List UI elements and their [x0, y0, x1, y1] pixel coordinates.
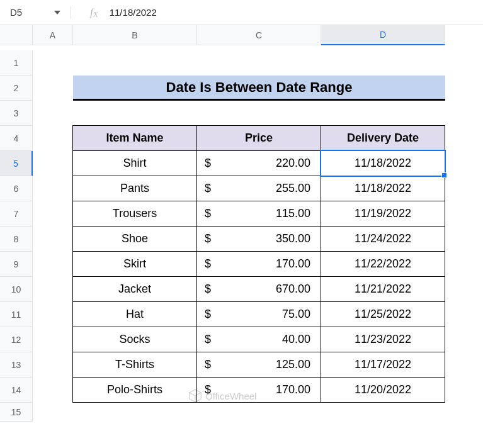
row-header-11[interactable]: 11: [0, 302, 33, 327]
cell-A3[interactable]: [33, 101, 73, 126]
title-text: Date Is Between Date Range: [166, 79, 353, 96]
cell-D7[interactable]: 11/19/2022: [321, 201, 445, 227]
cell-D13[interactable]: 11/17/2022: [321, 352, 445, 378]
row-header-14[interactable]: 14: [0, 378, 33, 403]
cell-C8[interactable]: $350.00: [196, 226, 321, 252]
cell-B8[interactable]: Shoe: [72, 226, 197, 252]
cell-C1[interactable]: [197, 50, 321, 76]
row-header-4[interactable]: 4: [0, 126, 33, 151]
price-value: 670.00: [276, 283, 314, 296]
cell-A10[interactable]: [33, 277, 73, 302]
row-header-3[interactable]: 3: [0, 101, 33, 126]
cell-D9[interactable]: 11/22/2022: [321, 251, 445, 277]
watermark-text: OfficeWheel: [205, 391, 256, 401]
col-header-B[interactable]: B: [73, 25, 197, 45]
cell-D12[interactable]: 11/23/2022: [321, 327, 445, 352]
cell-C15[interactable]: [197, 403, 321, 422]
row-header-9[interactable]: 9: [0, 252, 33, 277]
cell-B1[interactable]: [73, 50, 197, 76]
spreadsheet-grid[interactable]: A B C D 1 2 Date Is Between Date Range 3…: [0, 25, 483, 428]
title-cell[interactable]: Date Is Between Date Range: [73, 76, 445, 101]
cell-B3[interactable]: [73, 101, 197, 126]
cell-B13[interactable]: T-Shirts: [72, 352, 197, 378]
name-box[interactable]: D5: [4, 4, 64, 21]
row-header-5[interactable]: 5: [0, 151, 33, 176]
currency-symbol: $: [203, 358, 211, 371]
currency-symbol: $: [203, 333, 211, 346]
row-header-7[interactable]: 7: [0, 201, 33, 227]
cell-D11[interactable]: 11/25/2022: [321, 301, 445, 327]
row-header-1[interactable]: 1: [0, 50, 33, 76]
cell-B6[interactable]: Pants: [72, 176, 197, 201]
currency-symbol: $: [203, 207, 211, 220]
cell-D6[interactable]: 11/18/2022: [321, 176, 445, 201]
cell-D8[interactable]: 11/24/2022: [321, 226, 445, 252]
formula-bar[interactable]: fX 11/18/2022: [77, 6, 157, 19]
row-header-8[interactable]: 8: [0, 227, 33, 252]
row-header-2[interactable]: 2: [0, 76, 33, 101]
cell-B7[interactable]: Trousers: [72, 201, 197, 227]
cell-A4[interactable]: [33, 126, 73, 151]
cell-B12[interactable]: Socks: [72, 327, 197, 352]
currency-symbol: $: [203, 182, 211, 195]
cell-C3[interactable]: [197, 101, 321, 126]
cell-C9[interactable]: $170.00: [196, 251, 321, 277]
row-header-12[interactable]: 12: [0, 327, 33, 352]
col-header-A[interactable]: A: [33, 25, 73, 45]
currency-symbol: $: [203, 283, 211, 296]
price-value: 170.00: [276, 383, 314, 396]
cell-A11[interactable]: [33, 302, 73, 327]
price-value: 115.00: [276, 207, 314, 220]
row-header-10[interactable]: 10: [0, 277, 33, 302]
currency-symbol: $: [203, 157, 211, 170]
cell-D3[interactable]: [321, 101, 445, 126]
cell-D15[interactable]: [321, 403, 445, 422]
cell-A7[interactable]: [33, 201, 73, 227]
price-value: 220.00: [276, 157, 314, 170]
cell-D10[interactable]: 11/21/2022: [321, 276, 445, 302]
cell-A8[interactable]: [33, 227, 73, 252]
currency-symbol: $: [203, 257, 211, 271]
cell-B9[interactable]: Skirt: [72, 251, 197, 277]
cell-A13[interactable]: [33, 352, 73, 378]
cell-A6[interactable]: [33, 176, 73, 201]
header-price[interactable]: Price: [196, 125, 321, 151]
fx-icon: fX: [90, 6, 98, 19]
cell-C13[interactable]: $125.00: [196, 352, 321, 378]
price-value: 75.00: [282, 308, 314, 321]
cell-A2[interactable]: [33, 76, 73, 101]
price-value: 125.00: [276, 358, 314, 371]
cube-icon: [189, 389, 202, 403]
cell-A1[interactable]: [33, 50, 73, 76]
col-header-D[interactable]: D: [321, 25, 445, 45]
cell-D5[interactable]: 11/18/2022: [321, 150, 445, 176]
row-header-6[interactable]: 6: [0, 176, 33, 201]
cell-C7[interactable]: $115.00: [196, 201, 321, 227]
cell-B15[interactable]: [73, 403, 197, 422]
cell-C10[interactable]: $670.00: [196, 276, 321, 302]
chevron-down-icon: [54, 11, 60, 14]
cell-B10[interactable]: Jacket: [72, 276, 197, 302]
cell-A15[interactable]: [33, 403, 73, 422]
cell-C6[interactable]: $255.00: [196, 176, 321, 201]
cell-D1[interactable]: [321, 50, 445, 76]
cell-A5[interactable]: [33, 151, 73, 176]
price-value: 170.00: [276, 257, 314, 271]
col-header-C[interactable]: C: [197, 25, 321, 45]
cell-A12[interactable]: [33, 327, 73, 352]
cell-D14[interactable]: 11/20/2022: [321, 377, 445, 403]
cell-A9[interactable]: [33, 252, 73, 277]
header-date[interactable]: Delivery Date: [321, 125, 445, 151]
header-item[interactable]: Item Name: [72, 125, 197, 151]
cell-C5[interactable]: $220.00: [196, 150, 321, 176]
row-header-15[interactable]: 15: [0, 403, 33, 422]
cell-A14[interactable]: [33, 378, 73, 403]
cell-C11[interactable]: $75.00: [196, 301, 321, 327]
cell-C12[interactable]: $40.00: [196, 327, 321, 352]
row-header-13[interactable]: 13: [0, 352, 33, 378]
cell-B14[interactable]: Polo-Shirts: [72, 377, 197, 403]
currency-symbol: $: [203, 308, 211, 321]
cell-B5[interactable]: Shirt: [72, 150, 197, 176]
select-all-corner[interactable]: [0, 25, 33, 45]
cell-B11[interactable]: Hat: [72, 301, 197, 327]
